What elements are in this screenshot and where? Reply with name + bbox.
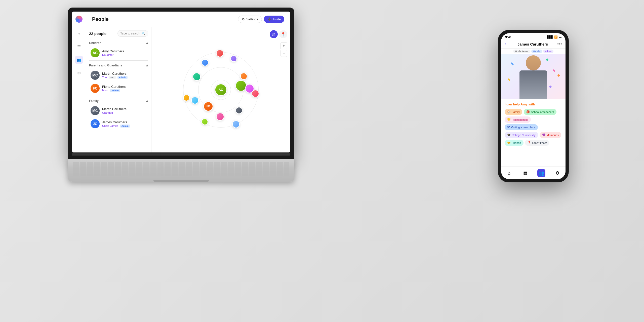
person-james-name: James Caruthers [102,120,130,124]
phone-home-icon: ⌂ [508,171,511,176]
orbit-dot-5 [240,73,247,80]
section-children: Children ∧ [89,39,148,46]
app-main: People ⚙ Settings ➕ Invite [86,12,290,152]
help-person: Amy [520,102,528,106]
help-tag-college[interactable]: 🎓 College / University [505,132,538,138]
phone-nav-people[interactable]: 👥 [537,169,545,177]
contact-name: James Caruthers [508,42,557,46]
admin-badge-james: Admin [120,125,130,128]
person-fiona-role: Mum Admin [102,89,126,92]
phone-nav-home[interactable]: ⌂ [505,169,513,177]
sidebar-item-home[interactable]: ⌂ [75,30,83,38]
sidebar-item-calendar[interactable]: ☰ [75,43,83,51]
header-buttons: ⚙ Settings ➕ Invite [238,16,284,23]
location-icon: 📍 [281,32,286,37]
help-section: I can help Amy with 🏠 Family 🎒 School or… [501,99,566,166]
help-tag-memories[interactable]: 💜 Memories [540,132,561,138]
help-tag-dont-know[interactable]: ❓ I don't know [525,140,549,146]
orbit-dot-9 [191,97,199,104]
person-martin2[interactable]: MC Martin Caruthers Grandad [89,104,148,117]
person-james-info: James Caruthers Uncle James Admin [102,120,130,128]
more-options-button[interactable]: ••• [557,42,562,47]
help-tag-family[interactable]: 🏠 Family [505,109,522,115]
phone-signal: ▋▋▋ 🛜 ▬ [547,35,561,39]
contact-photo [501,54,566,99]
app-content: 22 people Type to search 🔍 Children ∧ [86,27,290,152]
section-parents-label: Parents and Guardians [89,64,122,67]
person-martin2-info: Martin Caruthers Grandad [102,107,127,114]
person-james[interactable]: JC James Caruthers Uncle James Admin [89,117,148,130]
page-title: People [92,16,109,22]
section-children-collapse-icon: ∧ [146,41,148,45]
section-parents-collapse-icon: ∧ [146,64,148,67]
person-martin2-name: Martin Caruthers [102,107,127,111]
settings-button[interactable]: ⚙ Settings [238,16,262,23]
college-tag-icon: 🎓 [507,133,511,137]
sidebar-item-people[interactable]: 👥 [75,56,83,64]
school-tag-icon: 🎒 [526,110,530,113]
orbit-dot-6 [235,80,247,91]
dont-know-tag-icon: ❓ [528,141,531,144]
help-text: I can help Amy with [505,102,562,106]
zoom-out-btn[interactable]: − [280,50,287,57]
back-button[interactable]: ‹ [505,42,506,47]
contact-tags: Uncle James Family Admin [501,49,566,54]
orbit-dot-fiona: FC [203,101,213,111]
orbit-dot-13 [202,118,208,125]
avatar-martin2: MC [91,106,100,115]
section-parents: Parents and Guardians ∧ [89,62,148,69]
person-fiona[interactable]: FC Fiona Caruthers Mum Admin [89,82,148,95]
map-location-btn[interactable]: 📍 [279,30,287,38]
friends-tag-label: Friends [512,141,521,144]
zoom-in-btn[interactable]: + [280,42,287,49]
person-amy[interactable]: AC Amy Caruthers Daughter [89,46,148,59]
memories-tag-label: Memories [547,134,559,137]
constellation: AC [181,42,261,138]
search-box[interactable]: Type to search 🔍 [117,30,148,37]
sidebar-item-settings[interactable]: ⚙ [75,69,83,77]
phone: 9:41 ▋▋▋ 🛜 ▬ ‹ James Caruthers ••• Uncle… [498,30,569,182]
zoom-controls: + − [280,42,287,57]
people-count: 22 people [89,31,106,36]
center-avatar: AC [215,84,227,96]
avatar-fiona: FC [91,84,100,93]
contact-photo-person [517,55,550,99]
zoom-in-icon: + [283,44,285,48]
invite-button[interactable]: ➕ Invite [264,16,284,23]
scene: ⌂ ☰ 👥 ⚙ People [0,0,644,322]
laptop-base [68,159,294,182]
help-tag-school[interactable]: 🎒 School or teachers [524,109,556,115]
family-tag-label: Family [512,110,520,113]
laptop-notch [171,8,191,11]
phone-nav-settings[interactable]: ⚙ [553,169,561,177]
section-children-label: Children [89,41,101,45]
person-martin-info: Martin Caruthers You You Admin [102,72,128,79]
search-icon: 🔍 [142,32,145,35]
phone-nav-calendar[interactable]: ▦ [521,169,529,177]
person-martin[interactable]: MC Martin Caruthers You You Admin [89,69,148,82]
help-tag-relationships[interactable]: 💛 Relationships [505,116,531,123]
avatar-martin: MC [91,71,100,80]
help-tag-visiting[interactable]: 🗺 Visiting a new place [505,124,538,130]
phone-calendar-icon: ▦ [523,170,528,176]
wifi-icon: 🛜 [554,35,558,39]
help-tag-friends[interactable]: 🤝 Friends [505,140,524,146]
person-martin-role: You You Admin [102,76,128,79]
help-tags-grid: 🏠 Family 🎒 School or teachers 💛 Relation… [505,109,562,146]
divider-2 [89,96,148,96]
help-suffix: with [528,102,535,106]
avatar-amy-initials: AC [93,51,98,55]
person-amy-role: Daughter [102,53,124,56]
app-header: People ⚙ Settings ➕ Invite [86,12,290,27]
list-header: 22 people Type to search 🔍 [89,30,148,37]
signal-icon: ▋▋▋ [547,35,553,39]
memories-tag-icon: 💜 [542,133,546,137]
laptop-screen: ⌂ ☰ 👥 ⚙ People [72,12,290,152]
app-logo [75,16,83,23]
map-view: ◎ 📍 + [151,27,290,152]
section-family-label: Family [89,99,99,103]
map-network-btn[interactable]: ◎ [270,30,278,38]
section-family: Family ∧ [89,97,148,104]
app-sidebar: ⌂ ☰ 👥 ⚙ [72,12,86,152]
avatar-james: JC [91,119,100,128]
